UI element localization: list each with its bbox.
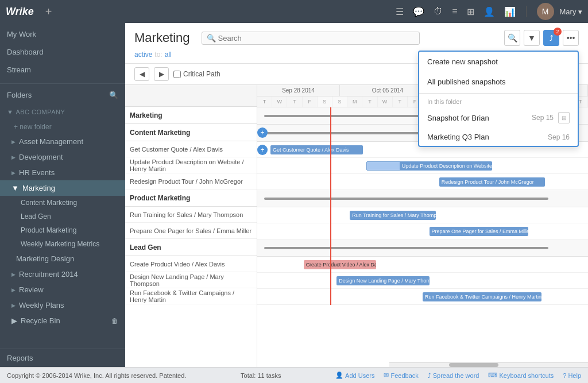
stream-label: Stream bbox=[7, 65, 31, 74]
day-cell: T bbox=[257, 96, 272, 107]
total-tasks-label: Total: 11 tasks bbox=[241, 372, 281, 379]
gantt-bar-get-customer-quote[interactable]: Get Customer Quote / Alex Davis bbox=[270, 145, 363, 154]
sidebar-item-product-marketing[interactable]: Product Marketing bbox=[0, 223, 125, 237]
top-icons: ☰ 💬 ⏱ ≡ ⊞ 👤 📊 bbox=[396, 6, 515, 17]
gantt-forward-button[interactable]: ▶ bbox=[154, 67, 169, 81]
status-right: 👤 Add Users ✉ Feedback ⤴ Spread the word… bbox=[335, 372, 581, 379]
sidebar-item-content-marketing[interactable]: Content Marketing bbox=[0, 196, 125, 210]
folders-header[interactable]: Folders 🔍 bbox=[0, 86, 125, 104]
sidebar-item-asset-management[interactable]: ▶ Asset Management bbox=[0, 134, 125, 149]
sidebar-item-dashboard[interactable]: Dashboard bbox=[0, 43, 125, 61]
share-badge: 2 bbox=[554, 28, 562, 36]
folder-label: Marketing bbox=[22, 184, 55, 192]
all-published-label: All published snapshots bbox=[427, 78, 506, 86]
help-button[interactable]: ? Help bbox=[563, 372, 581, 379]
sidebar-item-recycle-bin[interactable]: ▶ Recycle Bin 🗑 bbox=[0, 313, 125, 328]
search-button[interactable]: 🔍 bbox=[504, 30, 520, 46]
sidebar-item-recruitment-2014[interactable]: ▶ Recruitment 2014 bbox=[0, 266, 125, 282]
snapshot-date-brian: Sep 15 bbox=[532, 114, 554, 122]
search-bar[interactable]: 🔍 bbox=[202, 32, 420, 45]
spread-word-button[interactable]: ⤴ Spread the word bbox=[428, 372, 479, 379]
scroll-thumb[interactable] bbox=[449, 363, 499, 367]
user-name-label[interactable]: Mary ▾ bbox=[560, 7, 583, 16]
new-folder-button[interactable]: + new folder bbox=[0, 120, 125, 134]
create-snapshot-label: Create new snapshot bbox=[427, 57, 498, 66]
sidebar-item-my-work[interactable]: My Work bbox=[0, 25, 125, 43]
critical-path-checkbox[interactable] bbox=[173, 71, 181, 78]
chevron-right-icon: ▶ bbox=[11, 316, 17, 325]
gantt-bar-update-product-2[interactable]: Update Product Description on Website / … bbox=[400, 161, 492, 171]
add-button[interactable]: + bbox=[45, 5, 52, 18]
bar-label: Redesign Product Tour / John McGregor bbox=[442, 179, 534, 185]
gantt-bar-create-product-video[interactable]: Create Product Video / Alex Davis bbox=[304, 260, 377, 269]
gantt-bar-design-landing[interactable]: Design New Landing Page / Mary Thompson bbox=[336, 276, 429, 285]
gantt-task-row: Update Product Description on Website / … bbox=[125, 157, 257, 173]
critical-path-toggle[interactable]: Critical Path bbox=[173, 70, 220, 78]
gantt-timeline-row: Update Product Description on Website / … bbox=[257, 158, 588, 174]
gantt-bar-facebook-campaigns[interactable]: Run Facebook & Twitter Campaigns / Henry… bbox=[423, 292, 541, 301]
snapshot-item-brian[interactable]: Snapshot for Brian Sep 15 ⊞ bbox=[419, 107, 578, 128]
timer-icon[interactable]: ⏱ bbox=[434, 6, 443, 17]
sidebar-item-lead-gen[interactable]: Lead Gen bbox=[0, 210, 125, 223]
gantt-task-row: Create Product Video / Alex Davis bbox=[125, 256, 257, 272]
day-cell: M bbox=[347, 96, 362, 107]
folders-label: Folders bbox=[7, 91, 32, 99]
gantt-group-lead-gen: Lead Gen bbox=[125, 239, 257, 256]
sidebar-item-hr-events[interactable]: ▶ HR Events bbox=[0, 165, 125, 180]
scroll-track[interactable] bbox=[389, 362, 588, 367]
add-task-icon[interactable]: + bbox=[257, 127, 268, 138]
today-line bbox=[330, 107, 331, 305]
header-right-tools: 🔍 ▼ ⤴ 2 ••• Create new snapshot All publ… bbox=[504, 30, 579, 46]
group-label: Product Marketing bbox=[130, 194, 190, 202]
sidebar-item-stream[interactable]: Stream bbox=[0, 61, 125, 79]
snapshot-icon-brian[interactable]: ⊞ bbox=[558, 112, 570, 123]
sidebar-item-marketing[interactable]: ▼ Marketing bbox=[0, 180, 125, 196]
add-users-button[interactable]: 👤 Add Users bbox=[335, 372, 374, 379]
more-options-button[interactable]: ••• bbox=[563, 30, 579, 46]
gantt-timeline-group-row bbox=[257, 239, 588, 257]
search-icon[interactable]: 🔍 bbox=[109, 91, 118, 99]
sidebar-item-review[interactable]: ▶ Review bbox=[0, 282, 125, 297]
keyboard-shortcuts-button[interactable]: ⌨ Keyboard shortcuts bbox=[488, 372, 554, 379]
gantt-bar-prepare-one-pager[interactable]: Prepare One Pager for Sales / Emma Mille… bbox=[430, 227, 529, 236]
sidebar-item-reports[interactable]: Reports bbox=[0, 349, 125, 367]
gantt-bar-redesign-product[interactable]: Redesign Product Tour / John McGregor bbox=[439, 177, 545, 187]
share-snapshot-button[interactable]: ⤴ 2 bbox=[543, 30, 559, 46]
gantt-group-marketing: Marketing bbox=[125, 107, 257, 124]
sidebar-item-weekly-marketing-metrics[interactable]: Weekly Marketing Metrics bbox=[0, 237, 125, 251]
view-tab-active[interactable]: active bbox=[134, 49, 152, 60]
filter-button[interactable]: ▼ bbox=[524, 30, 540, 46]
sidebar-item-marketing-design[interactable]: Marketing Design bbox=[0, 251, 125, 266]
person-icon[interactable]: 👤 bbox=[483, 6, 495, 17]
create-new-snapshot-button[interactable]: Create new snapshot bbox=[419, 52, 578, 72]
user-avatar[interactable]: M bbox=[537, 3, 554, 20]
folder-label: Review bbox=[19, 285, 44, 294]
gantt-bar[interactable] bbox=[264, 198, 548, 200]
folder-label: Marketing Design bbox=[11, 254, 74, 263]
snapshot-name-brian: Snapshot for Brian bbox=[427, 114, 489, 122]
trash-icon[interactable]: 🗑 bbox=[111, 317, 118, 325]
content-header: Marketing 🔍 🔍 ▼ ⤴ 2 ••• bbox=[125, 23, 588, 64]
sidebar-item-weekly-plans[interactable]: ▶ Weekly Plans bbox=[0, 297, 125, 313]
subfolder-label: Content Marketing bbox=[21, 199, 77, 207]
gantt-bar[interactable] bbox=[264, 247, 548, 249]
all-published-snapshots-button[interactable]: All published snapshots bbox=[419, 72, 578, 92]
gantt-bar-run-training[interactable]: Run Training for Sales / Mary Thompson bbox=[350, 211, 436, 220]
grid-icon[interactable]: ⊞ bbox=[467, 6, 474, 17]
chevron-right-icon: ▶ bbox=[11, 154, 16, 160]
add-task-icon[interactable]: + bbox=[257, 145, 268, 155]
sidebar-item-development[interactable]: ▶ Development bbox=[0, 149, 125, 165]
view-tab-all[interactable]: all bbox=[165, 49, 172, 60]
main-layout: My Work Dashboard Stream Folders 🔍 ▼ ABC… bbox=[0, 23, 588, 367]
gantt-back-button[interactable]: ◀ bbox=[134, 67, 149, 81]
snapshot-item-q3plan[interactable]: Marketing Q3 Plan Sep 16 bbox=[419, 128, 578, 146]
chart-icon[interactable]: 📊 bbox=[504, 6, 516, 17]
feedback-button[interactable]: ✉ Feedback bbox=[384, 372, 418, 379]
chat-icon[interactable]: 💬 bbox=[413, 6, 424, 17]
list-icon[interactable]: ≡ bbox=[452, 6, 457, 17]
gantt-timeline-row: Run Training for Sales / Mary Thompson bbox=[257, 207, 588, 223]
chevron-down-icon: ▼ bbox=[11, 184, 19, 192]
hamburger-icon[interactable]: ☰ bbox=[396, 6, 404, 17]
group-label: Content Marketing bbox=[130, 129, 190, 137]
search-input[interactable] bbox=[218, 34, 415, 42]
